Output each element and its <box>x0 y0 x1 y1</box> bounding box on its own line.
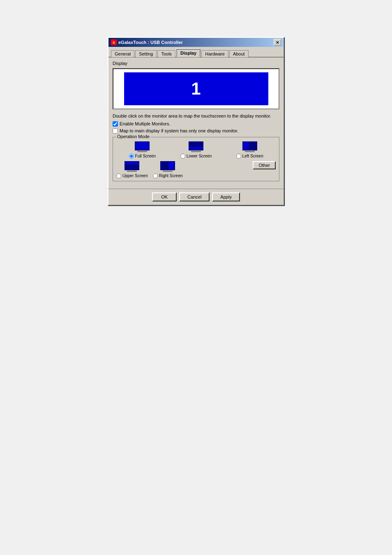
title-bar-left: S eGalaxTouch : USB Controller <box>111 39 183 45</box>
full-screen-icon-stand <box>137 151 147 152</box>
enable-multiple-row: Enable Multiple Monitors. <box>113 121 279 127</box>
operation-mode-row1: Full Screen Lower Screen <box>116 141 276 159</box>
enable-multiple-label[interactable]: Enable Multiple Monitors. <box>120 121 171 126</box>
right-screen-radio[interactable] <box>153 173 158 178</box>
lower-screen-label[interactable]: Lower Screen <box>187 154 212 158</box>
lower-screen-radio[interactable] <box>180 154 185 159</box>
left-screen-icon-stand <box>245 151 255 152</box>
full-screen-radio[interactable] <box>129 154 134 159</box>
map-to-main-checkbox[interactable] <box>113 128 118 134</box>
tab-setting[interactable]: Setting <box>135 50 157 57</box>
monitor-number: 1 <box>191 79 201 99</box>
tab-hardware[interactable]: Hardware <box>201 50 228 57</box>
left-screen-dark-right <box>249 142 256 150</box>
other-btn-wrapper: Other <box>188 161 276 169</box>
tab-tools[interactable]: Tools <box>157 50 175 57</box>
upper-screen-icon <box>125 161 139 173</box>
upper-screen-icon-screen <box>125 161 139 170</box>
left-screen-icon <box>242 141 257 153</box>
tab-display[interactable]: Display <box>176 49 201 57</box>
tab-general[interactable]: General <box>111 50 134 57</box>
display-section-label: Display <box>113 61 279 66</box>
right-screen-label[interactable]: Right Screen <box>159 173 183 178</box>
right-screen-icon-screen <box>160 161 175 170</box>
tab-about[interactable]: About <box>229 50 249 57</box>
tab-bar: General Setting Tools Display Hardware A… <box>108 47 284 58</box>
apply-button[interactable]: Apply <box>212 192 240 201</box>
operation-mode-legend: Operation Mode <box>116 134 150 139</box>
upper-screen-option: Upper Screen <box>116 161 148 178</box>
right-screen-icon-stand <box>163 171 173 172</box>
bottom-bar: OK Cancel Apply <box>108 189 284 205</box>
lower-screen-option: Lower Screen <box>170 141 222 159</box>
operation-mode-row2: Upper Screen Right Screen <box>116 161 276 178</box>
main-window: S eGalaxTouch : USB Controller ✕ General… <box>108 37 284 206</box>
full-screen-option: Full Screen <box>116 141 168 159</box>
lower-screen-icon-screen <box>189 141 203 150</box>
title-bar: S eGalaxTouch : USB Controller ✕ <box>108 38 284 47</box>
full-screen-radio-row: Full Screen <box>129 154 156 159</box>
upper-screen-radio[interactable] <box>116 173 121 178</box>
left-screen-radio-row: Left Screen <box>236 154 263 159</box>
full-screen-label[interactable]: Full Screen <box>135 154 156 158</box>
enable-multiple-checkbox[interactable] <box>113 121 118 127</box>
upper-screen-radio-row: Upper Screen <box>116 173 148 178</box>
monitor-preview[interactable]: 1 <box>113 68 279 109</box>
left-screen-option: Left Screen <box>224 141 276 159</box>
full-screen-icon-screen <box>135 141 150 150</box>
other-button[interactable]: Other <box>253 161 276 169</box>
monitor-display[interactable]: 1 <box>124 72 268 105</box>
operation-mode-group: Operation Mode Full Screen <box>113 137 279 181</box>
cancel-button[interactable]: Cancel <box>179 192 210 201</box>
left-screen-label[interactable]: Left Screen <box>242 154 263 158</box>
full-screen-icon <box>135 141 150 153</box>
map-to-main-label[interactable]: Map to main display if system has only o… <box>120 128 238 133</box>
lower-screen-radio-row: Lower Screen <box>180 154 212 159</box>
window-title: eGalaxTouch : USB Controller <box>118 40 183 45</box>
ok-button[interactable]: OK <box>152 192 177 201</box>
lower-screen-icon <box>189 141 203 153</box>
left-screen-icon-screen <box>242 141 257 150</box>
info-text: Double click on the monitor area to map … <box>113 113 279 120</box>
tab-content: Display 1 Double click on the monitor ar… <box>108 58 284 189</box>
lower-screen-icon-stand <box>191 151 201 152</box>
right-screen-dark-left <box>161 162 168 169</box>
upper-screen-label[interactable]: Upper Screen <box>122 173 148 178</box>
app-icon: S <box>111 39 117 45</box>
close-button[interactable]: ✕ <box>274 39 281 46</box>
upper-screen-icon-stand <box>127 171 137 172</box>
right-screen-icon <box>160 161 175 173</box>
right-screen-option: Right Screen <box>153 161 183 178</box>
right-screen-radio-row: Right Screen <box>153 173 183 178</box>
lower-screen-dark-top <box>189 142 203 147</box>
upper-screen-dark-bottom <box>125 165 138 169</box>
left-screen-radio[interactable] <box>236 154 241 159</box>
map-to-main-row: Map to main display if system has only o… <box>113 128 279 134</box>
